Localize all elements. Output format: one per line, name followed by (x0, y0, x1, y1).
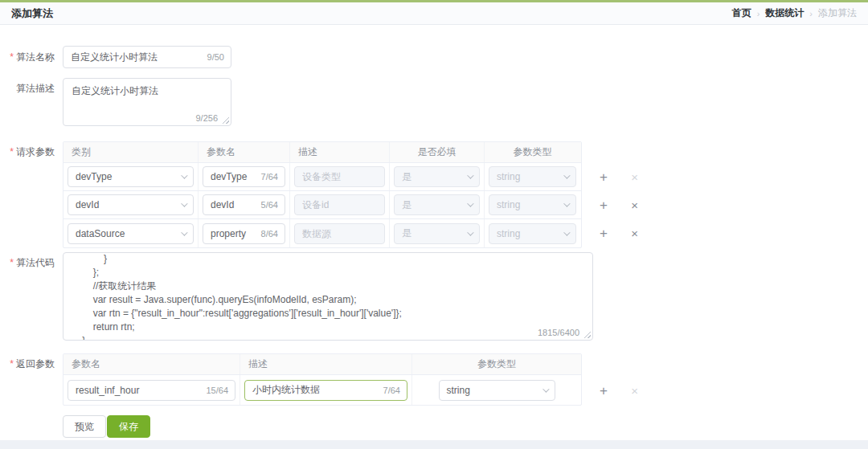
breadcrumb: 首页 › 数据统计 › 添加算法 (732, 6, 857, 20)
algorithm-name-label: *算法名称 (0, 51, 55, 63)
algorithm-name-input[interactable] (63, 46, 231, 68)
save-button[interactable]: 保存 (107, 415, 150, 438)
chevron-down-icon (542, 386, 549, 392)
add-algorithm-page: 添加算法 首页 › 数据统计 › 添加算法 *算法名称 9/50 算法描述 自定… (0, 0, 868, 449)
return-param-row: 15/64 7/64 string (63, 375, 581, 405)
param-description-input (294, 223, 385, 244)
param-type-select: string (489, 223, 576, 244)
param-name-input[interactable] (203, 166, 285, 187)
chevron-down-icon (181, 172, 187, 178)
param-name-input[interactable] (203, 194, 285, 215)
required-asterisk: * (10, 257, 14, 268)
breadcrumb-separator-icon: › (809, 9, 813, 18)
algorithm-description-counter: 9/256 (195, 113, 218, 123)
required-asterisk: * (10, 146, 14, 157)
param-type-select: string (489, 166, 576, 187)
col-header-category: 类别 (63, 142, 199, 162)
required-select: 是 (394, 194, 480, 215)
col-header-param-name: 参数名 (63, 354, 240, 374)
delete-row-icon[interactable]: × (631, 199, 638, 211)
preview-button[interactable]: 预览 (63, 415, 106, 438)
return-params-table: 参数名 描述 参数类型 15/64 7/64 string (63, 353, 582, 406)
param-description-input (294, 194, 385, 215)
algorithm-description-textarea[interactable]: 自定义统计小时算法 9/256 (63, 78, 231, 126)
add-row-icon[interactable]: + (600, 170, 608, 184)
add-row-icon[interactable]: + (600, 384, 608, 398)
return-row-actions: + × (600, 380, 638, 401)
return-param-name-input[interactable] (68, 380, 235, 401)
required-select: 是 (394, 223, 480, 244)
param-name-input[interactable] (203, 223, 285, 244)
col-header-param-type: 参数类型 (485, 142, 580, 162)
return-params-header: 参数名 描述 参数类型 (63, 354, 581, 375)
breadcrumb-current: 添加算法 (818, 6, 857, 20)
request-row-actions: + × (600, 194, 638, 215)
resize-handle-icon[interactable] (222, 116, 229, 124)
chevron-down-icon (181, 229, 187, 235)
delete-row-icon: × (631, 171, 638, 183)
chevron-down-icon (467, 200, 473, 206)
algorithm-code-counter: 1815/6400 (538, 328, 579, 337)
algorithm-name-field: 9/50 (63, 46, 231, 68)
category-select[interactable]: devType (68, 166, 194, 187)
chevron-down-icon (467, 172, 473, 178)
chevron-down-icon (181, 200, 187, 206)
param-type-select: string (489, 194, 576, 215)
chevron-down-icon (467, 229, 473, 235)
algorithm-code-textarea[interactable]: } }; //获取统计结果 var result = Java.super(fu… (63, 252, 593, 341)
delete-row-icon[interactable]: × (631, 227, 638, 239)
request-params-label: *请求参数 (0, 146, 55, 157)
request-param-row: devId 5/64 是 string (63, 191, 581, 219)
request-row-actions: + × (600, 166, 638, 187)
required-select: 是 (394, 166, 480, 187)
request-param-row: dataSource 8/64 是 string (63, 219, 581, 247)
delete-row-icon: × (631, 385, 638, 397)
category-select[interactable]: devId (68, 194, 194, 215)
algorithm-code-label: *算法代码 (0, 257, 55, 268)
algorithm-description-text: 自定义统计小时算法 (63, 79, 231, 104)
request-params-table: 类别 参数名 描述 是否必填 参数类型 devType 7/64 是 strin… (63, 141, 582, 248)
col-header-param-name: 参数名 (199, 142, 290, 162)
param-description-input (294, 166, 385, 187)
title-bar: 添加算法 首页 › 数据统计 › 添加算法 (0, 2, 868, 25)
col-header-description: 描述 (290, 142, 390, 162)
required-asterisk: * (10, 51, 14, 63)
col-header-required: 是否必填 (390, 142, 485, 162)
col-header-description: 描述 (240, 354, 412, 374)
return-param-description-input[interactable] (244, 380, 407, 401)
add-row-icon[interactable]: + (600, 198, 608, 212)
add-row-icon[interactable]: + (600, 227, 608, 240)
breadcrumb-data-statistics[interactable]: 数据统计 (765, 6, 804, 20)
page-title: 添加算法 (11, 6, 53, 21)
algorithm-description-label: 算法描述 (0, 83, 55, 94)
return-param-type-select[interactable]: string (439, 380, 555, 401)
chevron-down-icon (563, 229, 570, 235)
algorithm-code-text: } }; //获取统计结果 var result = Java.super(fu… (63, 252, 592, 341)
breadcrumb-home[interactable]: 首页 (732, 6, 751, 20)
col-header-param-type: 参数类型 (412, 354, 581, 374)
category-select[interactable]: dataSource (68, 223, 194, 244)
page-background-strip (0, 440, 868, 449)
request-param-row: devType 7/64 是 string (63, 163, 581, 191)
request-params-header: 类别 参数名 描述 是否必填 参数类型 (63, 142, 581, 163)
breadcrumb-separator-icon: › (757, 9, 760, 18)
chevron-down-icon (563, 200, 570, 206)
required-asterisk: * (10, 358, 14, 369)
request-row-actions: + × (600, 222, 638, 243)
chevron-down-icon (563, 172, 570, 178)
return-params-label: *返回参数 (0, 358, 55, 369)
